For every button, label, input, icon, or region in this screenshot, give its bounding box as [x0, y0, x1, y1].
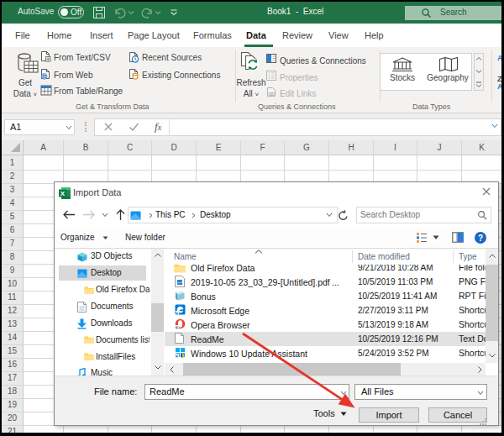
svg-text:X: X: [60, 190, 66, 197]
